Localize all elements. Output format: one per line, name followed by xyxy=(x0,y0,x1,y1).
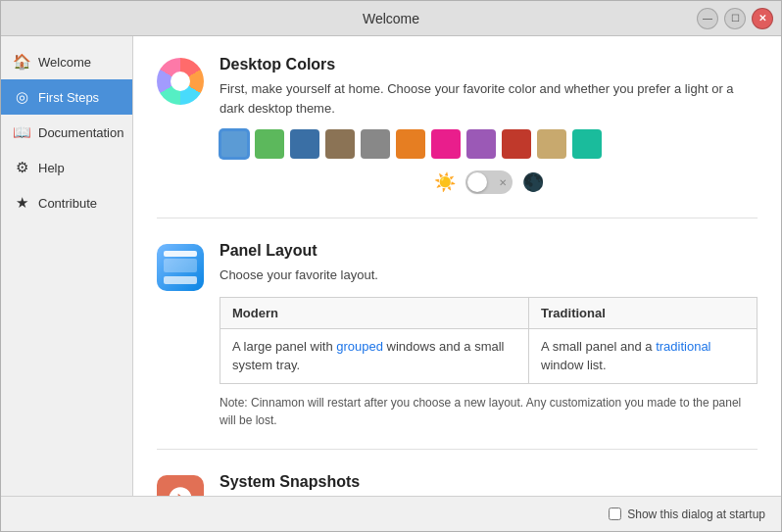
traditional-highlight: traditional xyxy=(656,339,710,354)
sidebar-item-contribute[interactable]: ★ Contribute xyxy=(1,185,132,220)
swatch-purple[interactable] xyxy=(466,129,496,159)
swatch-blue-dark[interactable] xyxy=(290,129,319,159)
maximize-button[interactable]: ☐ xyxy=(724,8,746,29)
layout-header-modern[interactable]: Modern xyxy=(220,297,529,328)
colors-icon xyxy=(157,58,204,105)
swatch-pink[interactable] xyxy=(431,129,461,159)
snapshots-title: System Snapshots xyxy=(220,473,758,491)
content-area: Desktop Colors First, make yourself at h… xyxy=(133,36,781,496)
close-button[interactable]: ✕ xyxy=(752,8,773,29)
startup-checkbox[interactable] xyxy=(609,508,621,520)
startup-checkbox-text: Show this dialog at startup xyxy=(627,508,765,521)
swatch-brown[interactable] xyxy=(325,129,355,159)
window-title: Welcome xyxy=(363,11,419,26)
section-snapshots: System Snapshots Next, let's set automat… xyxy=(157,473,758,497)
layout-header-traditional[interactable]: Traditional xyxy=(529,297,758,328)
main-window: Welcome — ☐ ✕ 🏠 Welcome ◎ First Steps 📖 … xyxy=(0,0,782,532)
sidebar-item-first-steps[interactable]: ◎ First Steps xyxy=(1,79,132,115)
colors-section-icon xyxy=(157,58,204,105)
panel-body: Panel Layout Choose your favorite layout… xyxy=(220,242,758,429)
swatch-red[interactable] xyxy=(502,129,531,159)
toggle-x-label: ✕ xyxy=(499,177,507,188)
swatch-orange[interactable] xyxy=(396,129,425,159)
sidebar-label-help: Help xyxy=(38,161,65,175)
panel-bar-top xyxy=(164,251,197,257)
snapshots-section-icon xyxy=(157,475,204,497)
sidebar-item-documentation[interactable]: 📖 Documentation xyxy=(1,115,132,150)
swatch-tan[interactable] xyxy=(537,129,566,159)
section-colors: Desktop Colors First, make yourself at h… xyxy=(157,56,758,218)
layout-cell-modern: A large panel with grouped windows and a… xyxy=(220,328,529,383)
panel-title: Panel Layout xyxy=(220,242,758,260)
colors-title: Desktop Colors xyxy=(220,56,758,73)
colors-description: First, make yourself at home. Choose you… xyxy=(220,79,758,118)
colors-body: Desktop Colors First, make yourself at h… xyxy=(220,56,758,198)
swatch-green[interactable] xyxy=(255,129,284,159)
moon-icon: 🌑 xyxy=(522,171,544,193)
layout-note: Note: Cinnamon will restart after you ch… xyxy=(220,394,758,429)
startup-checkbox-label[interactable]: Show this dialog at startup xyxy=(609,508,765,521)
minimize-button[interactable]: — xyxy=(697,8,718,29)
window-controls: — ☐ ✕ xyxy=(697,8,773,29)
theme-toggle: ☀️ ✕ 🌑 xyxy=(220,170,758,194)
sidebar-label-documentation: Documentation xyxy=(38,125,123,140)
panel-screen xyxy=(164,259,197,272)
titlebar: Welcome — ☐ ✕ xyxy=(1,1,781,36)
modern-highlight: grouped xyxy=(336,339,383,354)
swatch-blue-light[interactable] xyxy=(220,129,249,159)
panel-icon xyxy=(157,244,204,291)
home-icon: 🏠 xyxy=(13,53,30,71)
sun-icon: ☀️ xyxy=(434,171,456,193)
panel-description: Choose your favorite layout. xyxy=(220,266,758,285)
snapshots-icon xyxy=(157,475,204,497)
swatch-gray[interactable] xyxy=(361,129,390,159)
color-swatches xyxy=(220,129,758,159)
sidebar-item-welcome[interactable]: 🏠 Welcome xyxy=(1,44,132,79)
snapshot-svg xyxy=(167,485,194,497)
theme-toggle-knob xyxy=(467,172,487,192)
section-panel: Panel Layout Choose your favorite layout… xyxy=(157,242,758,450)
layout-table-row: A large panel with grouped windows and a… xyxy=(220,328,758,383)
sidebar-label-first-steps: First Steps xyxy=(38,90,99,105)
sidebar: 🏠 Welcome ◎ First Steps 📖 Documentation … xyxy=(1,36,133,496)
swatch-teal[interactable] xyxy=(572,129,602,159)
layout-table: Modern Traditional A large panel with gr… xyxy=(220,297,758,384)
panel-section-icon xyxy=(157,244,204,291)
sidebar-item-help[interactable]: ⚙ Help xyxy=(1,150,132,185)
help-icon: ⚙ xyxy=(13,159,30,176)
panel-bar-bottom xyxy=(164,276,197,284)
sidebar-label-welcome: Welcome xyxy=(38,55,91,70)
main-content: 🏠 Welcome ◎ First Steps 📖 Documentation … xyxy=(1,36,781,496)
snapshots-body: System Snapshots Next, let's set automat… xyxy=(220,473,758,497)
footer: Show this dialog at startup xyxy=(1,496,781,531)
layout-cell-traditional: A small panel and a traditional window l… xyxy=(529,328,758,383)
contribute-icon: ★ xyxy=(13,194,30,212)
theme-toggle-track[interactable]: ✕ xyxy=(465,170,513,194)
layout-table-header-row: Modern Traditional xyxy=(220,297,758,328)
sidebar-label-contribute: Contribute xyxy=(38,196,97,211)
first-steps-icon: ◎ xyxy=(13,88,30,106)
documentation-icon: 📖 xyxy=(13,123,30,141)
